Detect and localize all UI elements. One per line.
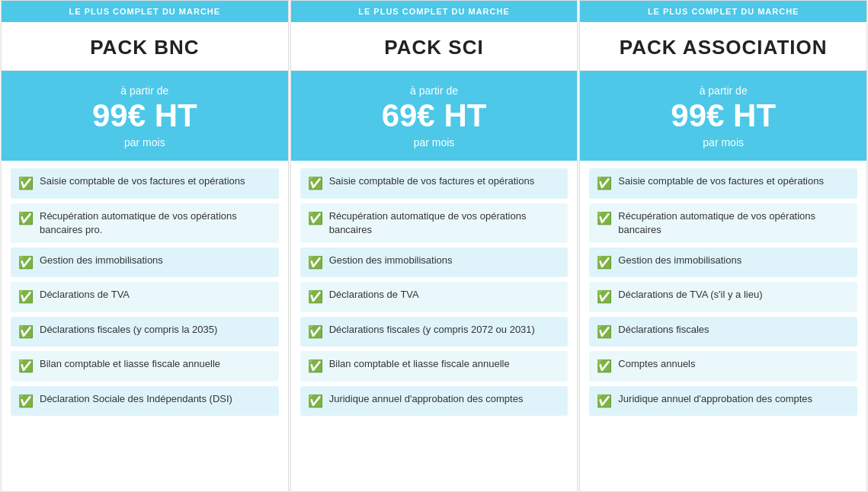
feature-text-0-2: Gestion des immobilisations (40, 254, 271, 267)
pricing-card-1: LE PLUS COMPLET DU MARCHEPACK SCIà parti… (290, 0, 578, 492)
card-price-section-1: à partir de69€ HTpar mois (291, 71, 578, 161)
check-icon-1-0: ✅ (308, 175, 323, 192)
feature-text-0-5: Bilan comptable et liasse fiscale annuel… (40, 357, 271, 371)
check-icon-1-2: ✅ (308, 254, 323, 271)
card-features-1: ✅Saisie comptable de vos factures et opé… (291, 161, 578, 491)
feature-text-2-1: Récupération automatique de vos opératio… (618, 209, 850, 237)
check-icon-0-2: ✅ (18, 254, 34, 271)
feature-item-2-5: ✅Comptes annuels (589, 351, 857, 381)
check-icon-1-4: ✅ (308, 324, 323, 340)
feature-text-0-1: Récupération automatique de vos opératio… (40, 209, 271, 237)
check-icon-1-1: ✅ (308, 210, 323, 227)
price-per-2: par mois (588, 136, 859, 149)
price-from-2: à partir de (588, 85, 859, 97)
feature-item-2-0: ✅Saisie comptable de vos factures et opé… (589, 168, 857, 198)
card-title-section-0: PACK BNC (2, 22, 288, 71)
check-icon-0-4: ✅ (18, 324, 34, 340)
card-title-section-1: PACK SCI (291, 22, 578, 71)
feature-item-1-0: ✅Saisie comptable de vos factures et opé… (300, 168, 569, 198)
check-icon-0-6: ✅ (18, 393, 34, 410)
price-from-1: à partir de (299, 85, 570, 97)
card-badge-1: LE PLUS COMPLET DU MARCHE (291, 1, 578, 22)
feature-item-1-2: ✅Gestion des immobilisations (300, 248, 569, 277)
feature-item-1-4: ✅Déclarations fiscales (y compris 2072 o… (300, 317, 569, 347)
feature-item-1-1: ✅Récupération automatique de vos opérati… (300, 203, 569, 243)
price-per-0: par mois (9, 136, 280, 149)
card-title-2: PACK ASSOCIATION (588, 36, 859, 59)
feature-item-1-6: ✅Juridique annuel d'approbation des comp… (300, 386, 569, 416)
feature-text-2-3: Déclarations de TVA (s'il y a lieu) (618, 288, 850, 302)
feature-item-2-3: ✅Déclarations de TVA (s'il y a lieu) (589, 282, 857, 311)
feature-text-2-2: Gestion des immobilisations (618, 254, 850, 267)
pricing-card-2: LE PLUS COMPLET DU MARCHEPACK ASSOCIATIO… (579, 0, 867, 492)
feature-text-0-6: Déclaration Sociale des Indépendants (DS… (40, 392, 271, 406)
card-price-section-0: à partir de99€ HTpar mois (2, 71, 288, 161)
check-icon-2-0: ✅ (597, 175, 612, 192)
feature-text-1-2: Gestion des immobilisations (329, 254, 561, 267)
feature-text-0-3: Déclarations de TVA (40, 288, 271, 302)
card-badge-2: LE PLUS COMPLET DU MARCHE (580, 1, 866, 22)
price-per-1: par mois (299, 136, 570, 149)
feature-item-0-3: ✅Déclarations de TVA (11, 282, 279, 311)
feature-text-2-6: Juridique annuel d'approbation des compt… (618, 392, 850, 406)
feature-item-0-1: ✅Récupération automatique de vos opérati… (11, 203, 279, 243)
feature-text-2-4: Déclarations fiscales (618, 323, 850, 337)
feature-text-0-4: Déclarations fiscales (y compris la 2035… (40, 323, 271, 337)
price-main-2: 99€ HT (588, 98, 859, 133)
check-icon-2-3: ✅ (597, 289, 612, 305)
card-price-section-2: à partir de99€ HTpar mois (580, 71, 866, 161)
check-icon-1-5: ✅ (308, 358, 323, 375)
feature-text-1-0: Saisie comptable de vos factures et opér… (329, 174, 561, 188)
price-main-1: 69€ HT (299, 98, 570, 133)
check-icon-1-6: ✅ (308, 393, 323, 410)
check-icon-1-3: ✅ (308, 289, 323, 305)
feature-text-0-0: Saisie comptable de vos factures et opér… (40, 174, 271, 188)
feature-text-2-5: Comptes annuels (618, 357, 850, 371)
feature-item-2-1: ✅Récupération automatique de vos opérati… (589, 203, 857, 243)
feature-item-1-3: ✅Déclarations de TVA (300, 282, 569, 311)
feature-text-1-1: Récupération automatique de vos opératio… (329, 209, 561, 237)
check-icon-0-1: ✅ (18, 210, 34, 227)
feature-item-1-5: ✅Bilan comptable et liasse fiscale annue… (300, 351, 569, 381)
card-title-1: PACK SCI (299, 36, 570, 59)
feature-item-0-5: ✅Bilan comptable et liasse fiscale annue… (11, 351, 279, 381)
feature-text-1-4: Déclarations fiscales (y compris 2072 ou… (329, 323, 561, 337)
card-badge-0: LE PLUS COMPLET DU MARCHE (2, 1, 288, 22)
check-icon-2-4: ✅ (597, 324, 612, 340)
check-icon-2-2: ✅ (597, 254, 612, 271)
price-from-0: à partir de (9, 85, 280, 97)
feature-item-0-6: ✅Déclaration Sociale des Indépendants (D… (11, 386, 279, 416)
card-title-0: PACK BNC (9, 36, 280, 59)
check-icon-0-3: ✅ (18, 289, 34, 305)
price-main-0: 99€ HT (9, 98, 280, 133)
check-icon-2-6: ✅ (597, 393, 612, 410)
card-title-section-2: PACK ASSOCIATION (580, 22, 866, 71)
check-icon-0-0: ✅ (18, 175, 34, 192)
feature-item-0-4: ✅Déclarations fiscales (y compris la 203… (11, 317, 279, 347)
feature-item-0-2: ✅Gestion des immobilisations (11, 248, 279, 277)
check-icon-0-5: ✅ (18, 358, 34, 375)
feature-text-1-5: Bilan comptable et liasse fiscale annuel… (329, 357, 561, 371)
feature-text-2-0: Saisie comptable de vos factures et opér… (618, 174, 850, 188)
pricing-card-0: LE PLUS COMPLET DU MARCHEPACK BNCà parti… (1, 0, 289, 492)
feature-item-2-6: ✅Juridique annuel d'approbation des comp… (589, 386, 857, 416)
check-icon-2-1: ✅ (597, 210, 612, 227)
card-features-0: ✅Saisie comptable de vos factures et opé… (2, 161, 288, 491)
card-features-2: ✅Saisie comptable de vos factures et opé… (580, 161, 866, 491)
feature-item-2-2: ✅Gestion des immobilisations (589, 248, 857, 277)
check-icon-2-5: ✅ (597, 358, 612, 375)
pricing-container: LE PLUS COMPLET DU MARCHEPACK BNCà parti… (0, 0, 868, 492)
feature-text-1-6: Juridique annuel d'approbation des compt… (329, 392, 561, 406)
feature-item-0-0: ✅Saisie comptable de vos factures et opé… (11, 168, 279, 198)
feature-text-1-3: Déclarations de TVA (329, 288, 561, 302)
feature-item-2-4: ✅Déclarations fiscales (589, 317, 857, 347)
